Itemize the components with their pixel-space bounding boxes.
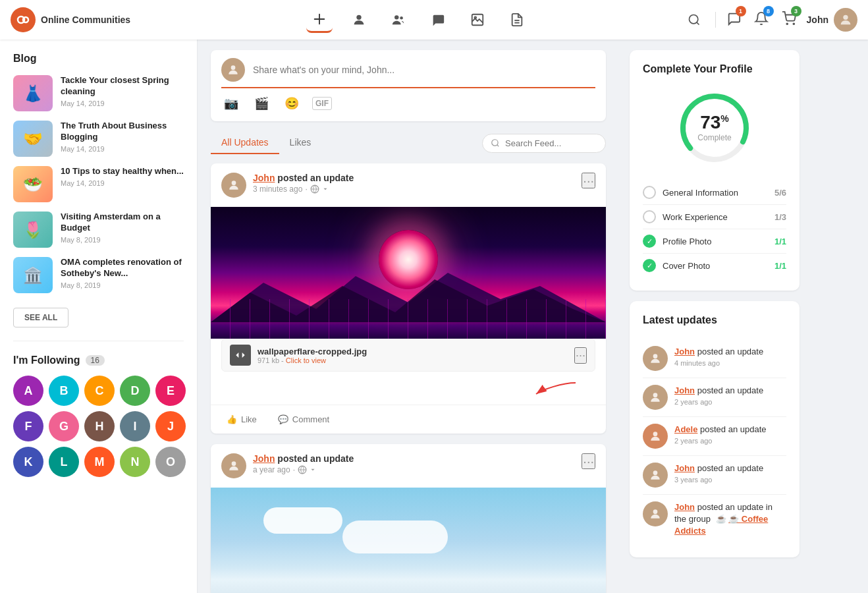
post-meta: John posted an update 3 minutes ago · xyxy=(253,173,575,194)
blog-item[interactable]: 👗 Tackle Your closest Spring cleaning Ma… xyxy=(13,75,184,111)
compose-video-button[interactable]: 🎬 xyxy=(252,94,271,113)
post-more-button[interactable]: ··· xyxy=(582,173,595,188)
follower-avatar[interactable]: G xyxy=(49,411,79,441)
svg-point-11 xyxy=(689,15,697,24)
follower-avatar[interactable]: O xyxy=(155,447,186,477)
follower-avatar[interactable]: C xyxy=(84,376,115,406)
blog-item[interactable]: 🌷 Visiting Amsterdam on a Budget May 8, … xyxy=(13,212,184,248)
post-header: John posted an update 3 minutes ago · ··… xyxy=(211,163,606,207)
feed-tabs: All Updates Likes xyxy=(211,132,606,154)
tab-likes[interactable]: Likes xyxy=(279,132,322,154)
profile-item-label-cover: Cover Photo xyxy=(663,261,768,271)
svg-point-29 xyxy=(653,393,658,397)
like-button[interactable]: 👍 Like xyxy=(221,412,262,427)
comment-button[interactable]: 💬 Comment xyxy=(273,412,335,427)
profile-check-cover: ✓ xyxy=(643,259,656,272)
update-avatar-5 xyxy=(643,501,668,526)
follower-avatar[interactable]: M xyxy=(84,447,115,477)
follower-avatar[interactable]: I xyxy=(120,411,150,441)
svg-point-32 xyxy=(653,509,658,514)
svg-point-19 xyxy=(232,181,236,185)
profile-widget-title: Complete Your Profile xyxy=(643,63,786,75)
compose-input[interactable] xyxy=(253,65,595,75)
update-item-5: John posted an update in the group ☕ ☕ C… xyxy=(643,495,786,544)
see-all-button[interactable]: SEE ALL xyxy=(13,308,68,327)
user-profile-nav[interactable]: John xyxy=(807,8,857,32)
compose-gif-button[interactable]: GIF xyxy=(312,97,332,110)
profile-item-general[interactable]: General Information 5/6 xyxy=(643,181,786,204)
nav-chat-button[interactable] xyxy=(425,7,451,33)
globe-icon-2 xyxy=(298,465,307,474)
messages-button[interactable]: 1 xyxy=(724,9,744,32)
comment-icon: 💬 xyxy=(278,414,288,424)
update-desc-4: John posted an update xyxy=(674,463,786,474)
follower-avatar[interactable]: E xyxy=(155,376,186,406)
search-button[interactable] xyxy=(681,7,707,33)
blog-title-2: The Truth About Business Blogging xyxy=(61,121,184,143)
blog-item[interactable]: 🤝 The Truth About Business Blogging May … xyxy=(13,121,184,157)
nav-docs-button[interactable] xyxy=(504,7,530,33)
ring-text: 73% Complete xyxy=(697,113,731,142)
nav-create-button[interactable] xyxy=(306,7,333,33)
search-feed-input[interactable] xyxy=(505,138,597,148)
right-sidebar: Complete Your Profile 73% Complete xyxy=(619,40,810,593)
blog-item[interactable]: 🥗 10 Tips to stay healthy when... May 14… xyxy=(13,166,184,202)
app-name: Online Communities xyxy=(41,14,130,26)
update-item-3: Adele posted an update 2 years ago xyxy=(643,417,786,456)
blog-date-5: May 8, 2019 xyxy=(61,281,184,289)
profile-item-score-cover: 1/1 xyxy=(774,261,786,271)
ring-container: 73% Complete xyxy=(675,88,754,167)
notifications-badge: 8 xyxy=(763,6,774,16)
nav-media-button[interactable] xyxy=(464,7,491,33)
follower-avatar[interactable]: H xyxy=(84,411,115,441)
post-avatar-2 xyxy=(221,453,246,478)
profile-item-photo[interactable]: ✓ Profile Photo 1/1 xyxy=(643,229,786,253)
svg-point-28 xyxy=(653,354,658,358)
cloud-2 xyxy=(342,521,448,553)
update-text-3: Adele posted an update 2 years ago xyxy=(674,424,786,449)
follower-avatar[interactable]: D xyxy=(120,376,150,406)
nav-profile-button[interactable] xyxy=(346,7,372,33)
sky-image xyxy=(211,488,606,593)
notifications-button[interactable]: 8 xyxy=(751,9,771,32)
post-card: John posted an update 3 minutes ago · ··… xyxy=(211,163,606,434)
follower-avatar[interactable]: L xyxy=(49,447,79,477)
follower-avatar[interactable]: F xyxy=(13,411,43,441)
update-time-3: 2 years ago xyxy=(674,437,786,445)
blog-item[interactable]: 🏛️ OMA completes renovation of Sotheby's… xyxy=(13,257,184,293)
follower-avatar[interactable]: K xyxy=(13,447,43,477)
update-time-1: 4 minutes ago xyxy=(674,359,786,367)
progress-ring: 73% Complete xyxy=(643,88,786,167)
profile-item-cover[interactable]: ✓ Cover Photo 1/1 xyxy=(643,253,786,277)
compose-emoji-button[interactable]: 😊 xyxy=(282,94,302,113)
blog-date-3: May 14, 2019 xyxy=(61,179,184,187)
follower-avatar[interactable]: B xyxy=(49,376,79,406)
svg-point-13 xyxy=(786,23,788,24)
compose-photo-button[interactable]: 📷 xyxy=(221,94,241,113)
sidebar-divider xyxy=(13,341,184,341)
profile-item-score-general: 5/6 xyxy=(774,188,786,198)
tab-all-updates[interactable]: All Updates xyxy=(211,132,279,154)
profile-item-score-photo: 1/1 xyxy=(774,237,786,246)
top-navigation: Online Communities 1 xyxy=(0,0,868,40)
arrow-svg xyxy=(529,380,582,399)
profile-item-label-photo: Profile Photo xyxy=(663,237,768,246)
attachment-more-button[interactable]: ··· xyxy=(574,347,587,364)
post-more-button-2[interactable]: ··· xyxy=(582,453,595,469)
left-sidebar: Blog 👗 Tackle Your closest Spring cleani… xyxy=(0,40,198,593)
grid-graphic xyxy=(211,299,606,339)
follower-avatar[interactable]: J xyxy=(155,411,186,441)
svg-point-15 xyxy=(843,15,848,20)
update-desc-3: Adele posted an update xyxy=(674,424,786,436)
post-actions: 👍 Like 💬 Comment xyxy=(211,405,606,434)
nav-people-button[interactable] xyxy=(385,7,412,33)
blog-section-title: Blog xyxy=(13,53,184,65)
blog-title-3: 10 Tips to stay healthy when... xyxy=(61,166,184,177)
attachment-view-link[interactable]: Click to view xyxy=(286,356,326,364)
profile-item-work[interactable]: Work Experience 1/3 xyxy=(643,204,786,229)
update-avatar-4 xyxy=(643,463,668,488)
profile-item-label-work: Work Experience xyxy=(663,212,768,222)
cart-button[interactable]: 3 xyxy=(779,9,799,32)
follower-avatar[interactable]: N xyxy=(120,447,150,477)
follower-avatar[interactable]: A xyxy=(13,376,43,406)
